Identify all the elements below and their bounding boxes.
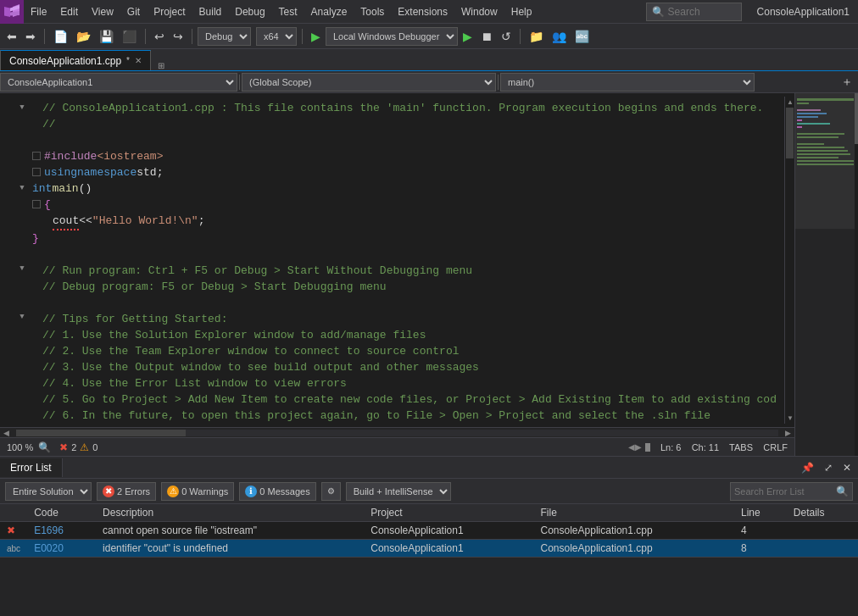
error-file-1: ConsoleApplication1.cpp — [534, 522, 735, 540]
fold-3 — [17, 132, 27, 148]
debug-config-dropdown[interactable]: Debug — [198, 27, 251, 46]
scroll-right-icon[interactable]: ▶ — [635, 442, 642, 452]
menu-analyze[interactable]: Analyze — [304, 3, 354, 21]
error-row-1[interactable]: ✖ E1696 cannot open source file "iostrea… — [0, 522, 858, 540]
app-title: ConsoleApplication1 — [749, 6, 858, 18]
col-description[interactable]: Description — [96, 504, 364, 522]
debug-restart-btn[interactable]: ↺ — [498, 26, 515, 47]
h-scroll-track — [16, 430, 778, 436]
comment-debug: // Debug program: F5 or Debug > Start De… — [42, 279, 387, 295]
editor-vscroll: ▲ ▼ — [784, 97, 794, 424]
search-error-input[interactable] — [734, 486, 836, 497]
float-panel-btn[interactable]: ⤢ — [821, 460, 836, 475]
scroll-thumb[interactable] — [786, 108, 794, 158]
save-all-btn[interactable]: ⬛ — [119, 26, 140, 47]
warnings-filter-btn[interactable]: ⚠ 0 Warnings — [161, 482, 234, 501]
error-code-2: E0020 — [27, 540, 96, 558]
platform-dropdown[interactable]: x64 — [256, 27, 297, 46]
menu-test[interactable]: Test — [272, 3, 304, 21]
menu-git[interactable]: Git — [120, 3, 147, 21]
spell-check-btn[interactable]: 🔤 — [571, 26, 593, 47]
filter-dropdown[interactable]: Build + IntelliSense — [346, 482, 451, 501]
zoom-icon[interactable]: 🔍 — [38, 441, 51, 453]
parens: () — [79, 180, 92, 197]
collapse-indicator-5[interactable] — [32, 168, 41, 176]
panel-tab-error-list[interactable]: Error List — [0, 458, 63, 477]
menu-items: File Edit View Git Project Build Debug T… — [24, 3, 646, 21]
undo-btn[interactable]: ↩ — [151, 26, 168, 47]
save-btn[interactable]: 💾 — [96, 26, 117, 47]
fold-1[interactable]: ▼ — [17, 100, 27, 116]
debug-stop-btn[interactable]: ⏹ — [477, 26, 496, 47]
col-details[interactable]: Details — [787, 504, 858, 522]
tab-cpp[interactable]: ConsoleApplication1.cpp * ✕ — [0, 50, 151, 70]
h-scroll-thumb[interactable] — [16, 430, 186, 436]
close-panel-btn[interactable]: ✕ — [839, 460, 855, 475]
scope-dropdown[interactable]: (Global Scope) — [242, 73, 496, 92]
search-error-box[interactable]: 🔍 — [730, 482, 853, 501]
minimap-line — [797, 150, 848, 152]
code-line-20: // 6. In the future, to open this projec… — [32, 408, 784, 424]
pin-panel-btn[interactable]: 📌 — [798, 460, 817, 475]
fold-11[interactable]: ▼ — [17, 261, 27, 277]
collapse-indicator-7[interactable] — [32, 200, 41, 208]
menu-file[interactable]: File — [24, 3, 53, 21]
minimap-line — [797, 130, 856, 131]
back-button[interactable]: ⬅ — [3, 26, 20, 47]
scroll-up-btn[interactable]: ▲ — [785, 97, 794, 108]
menu-tools[interactable]: Tools — [354, 3, 391, 21]
menu-debug[interactable]: Debug — [228, 3, 271, 21]
debug-start-btn[interactable]: ▶ — [460, 26, 476, 47]
menu-build[interactable]: Build — [192, 3, 229, 21]
add-tab-btn[interactable]: ＋ — [836, 73, 858, 92]
new-file-btn[interactable]: 📄 — [50, 26, 71, 47]
build-filter-btn[interactable]: ⚙ — [321, 482, 341, 501]
scroll-left-icon[interactable]: ◀ — [628, 442, 635, 452]
menu-edit[interactable]: Edit — [53, 3, 85, 21]
search-input[interactable] — [668, 6, 736, 18]
editor-footer: 100 % 🔍 ✖ 2 ⚠ 0 ◀ ▶ Ln: 6 Ch: 11 TABS — [0, 437, 794, 456]
errors-filter-btn[interactable]: ✖ 2 Errors — [97, 482, 156, 501]
open-btn[interactable]: 📂 — [73, 26, 94, 47]
debugger-dropdown[interactable]: Local Windows Debugger — [326, 27, 458, 46]
col-line[interactable]: Line — [734, 504, 787, 522]
team-explorer-btn[interactable]: 👥 — [549, 26, 570, 47]
minimap-line — [797, 119, 802, 121]
fold-6[interactable]: ▼ — [17, 180, 27, 197]
col-project[interactable]: Project — [364, 504, 533, 522]
solution-explorer-btn[interactable]: 📁 — [526, 26, 547, 47]
scroll-left-btn[interactable]: ◀ — [0, 429, 13, 437]
scope-select[interactable]: Entire Solution — [5, 482, 92, 501]
function-dropdown[interactable]: main() — [500, 73, 755, 92]
minimap-line — [797, 133, 844, 135]
minimap-scroll-thumb[interactable] — [855, 93, 858, 144]
col-file[interactable]: File — [534, 504, 735, 522]
sep4 — [302, 29, 303, 44]
fold-14[interactable]: ▼ — [17, 309, 27, 325]
comment-run: // Run program: Ctrl + F5 or Debug > Sta… — [42, 263, 472, 279]
menu-view[interactable]: View — [85, 3, 120, 21]
menu-extensions[interactable]: Extensions — [391, 3, 454, 21]
collapse-indicator-4[interactable] — [32, 152, 41, 160]
tab-close-btn[interactable]: ✕ — [135, 56, 142, 65]
error-row-2[interactable]: abc E0020 identifier "cout" is undefined… — [0, 540, 858, 558]
search-box[interactable]: 🔍 — [646, 3, 742, 21]
menu-help[interactable]: Help — [504, 3, 539, 21]
run-btn[interactable]: ▶ — [308, 26, 324, 47]
minimap-content — [795, 93, 858, 170]
sep1 — [44, 29, 45, 44]
menubar: File Edit View Git Project Build Debug T… — [0, 0, 858, 24]
using-kw: using — [44, 164, 77, 180]
menu-window[interactable]: Window — [454, 3, 504, 21]
scroll-down-btn[interactable]: ▼ — [785, 413, 794, 424]
scroll-right-btn[interactable]: ▶ — [782, 429, 794, 437]
minimap-line — [797, 106, 856, 108]
code-line-9: } — [32, 230, 784, 247]
menu-project[interactable]: Project — [147, 3, 192, 21]
file-dropdown[interactable]: ConsoleApplication1 — [0, 73, 237, 92]
forward-button[interactable]: ➡ — [22, 26, 39, 47]
col-code[interactable]: Code — [27, 504, 96, 522]
pin-tab-btn[interactable]: ⊞ — [154, 61, 168, 70]
redo-btn[interactable]: ↪ — [170, 26, 187, 47]
messages-filter-btn[interactable]: ℹ 0 Messages — [239, 482, 315, 501]
